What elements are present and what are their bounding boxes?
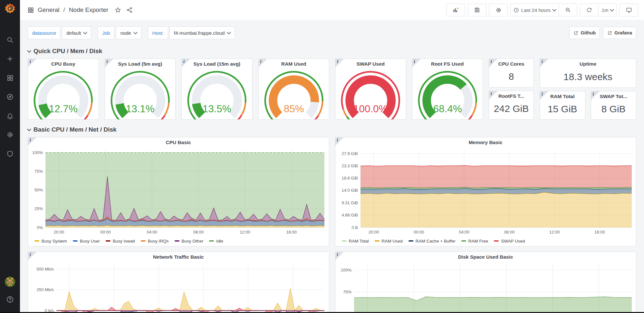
refresh-interval-dropdown[interactable]: 1m bbox=[598, 4, 617, 16]
chart-cpu-basic-title[interactable]: CPU Basic bbox=[28, 137, 329, 148]
chart-disk-space-used-basic-title[interactable]: Disk Space Used Basic bbox=[335, 252, 636, 262]
breadcrumb-dashboard-title[interactable]: Node Exporter bbox=[69, 6, 109, 14]
chart-svg[interactable]: 0%25%50%75%100%20:0000:0004:0008:0012:00… bbox=[335, 262, 636, 313]
legend-item[interactable]: RAM Cache + Buffer bbox=[409, 239, 456, 244]
gauge-visualization: 68.4% bbox=[412, 69, 483, 120]
chart-memory-basic-title[interactable]: Memory Basic bbox=[335, 137, 636, 148]
time-range-label: Last 24 hours bbox=[521, 7, 551, 13]
panel-info-corner[interactable]: i bbox=[335, 137, 344, 146]
job-label: Job bbox=[98, 26, 114, 39]
user-avatar[interactable] bbox=[5, 277, 15, 287]
panel-info-corner[interactable]: i bbox=[489, 59, 497, 67]
legend-item[interactable]: RAM Used bbox=[375, 239, 403, 244]
gauge-svg: 13.1% bbox=[108, 70, 173, 120]
gauge-swap-used-title[interactable]: SWAP Used bbox=[335, 59, 406, 69]
variable-host: Host: f4-mumbai.frappe.cloud bbox=[148, 26, 235, 39]
grafana-logo[interactable] bbox=[3, 2, 17, 15]
panel-info-corner[interactable]: i bbox=[412, 59, 421, 67]
legend-item[interactable]: Idle bbox=[209, 239, 223, 244]
x-axis-tick-label: 00:00 bbox=[100, 230, 111, 235]
refresh-button[interactable] bbox=[580, 4, 598, 16]
grafana-link-button[interactable]: Grafana bbox=[603, 27, 636, 39]
share-icon[interactable] bbox=[126, 7, 133, 13]
legend-item[interactable]: Busy IRQs bbox=[141, 239, 169, 244]
panel-info-corner[interactable]: i bbox=[489, 91, 497, 99]
gauge-visualization: 12.7% bbox=[28, 69, 99, 120]
host-value: f4-mumbai.frappe.cloud bbox=[174, 30, 225, 36]
panel-info-corner[interactable]: i bbox=[335, 252, 344, 260]
legend-item[interactable]: RAM Free bbox=[461, 239, 488, 244]
row-quick-cpu-mem-disk[interactable]: Quick CPU / Mem / Disk bbox=[28, 46, 636, 56]
save-dashboard-button[interactable] bbox=[468, 4, 486, 16]
panel-info-corner[interactable]: i bbox=[28, 252, 36, 260]
dashboard-settings-button[interactable] bbox=[489, 4, 508, 16]
info-icon: i bbox=[30, 252, 31, 257]
zoom-out-time-button[interactable] bbox=[559, 4, 577, 16]
gauge-sys-load-15m-avg--title[interactable]: Sys Load (15m avg) bbox=[182, 59, 252, 69]
datasource-dropdown[interactable]: default bbox=[62, 26, 91, 39]
legend-item[interactable]: Busy User bbox=[73, 239, 100, 244]
explore-compass-icon[interactable] bbox=[6, 93, 14, 101]
legend-swatch bbox=[494, 240, 499, 242]
panel-info-corner[interactable]: i bbox=[335, 59, 344, 67]
panel-info-corner[interactable]: i bbox=[540, 91, 548, 100]
panel-info-corner[interactable]: i bbox=[540, 59, 548, 67]
gauge-ram-used-title[interactable]: RAM Used bbox=[259, 59, 329, 69]
panel-info-corner[interactable]: i bbox=[259, 59, 267, 67]
x-axis-tick-label: 04:00 bbox=[459, 230, 469, 235]
gauge-value: 100.0% bbox=[353, 103, 388, 115]
legend-item[interactable]: Busy System bbox=[34, 239, 67, 244]
gauge-root-fs-used-title[interactable]: Root FS Used bbox=[412, 59, 483, 69]
configuration-gear-icon[interactable] bbox=[6, 131, 14, 139]
search-icon[interactable] bbox=[6, 36, 14, 44]
panel-info-corner[interactable]: i bbox=[182, 59, 190, 67]
row-basic-cpu-mem-net-disk[interactable]: Basic CPU / Mem / Net / Disk bbox=[28, 125, 636, 134]
info-icon: i bbox=[107, 59, 108, 64]
panel-info-corner[interactable]: i bbox=[591, 91, 600, 100]
grafana-link-label: Grafana bbox=[614, 30, 632, 35]
tv-mode-button[interactable] bbox=[620, 4, 638, 16]
chart-svg[interactable]: 0 B4.66 GiB9.31 GiB14.0 GiB18.6 GiB23.3 … bbox=[335, 148, 636, 236]
legend-item[interactable]: RAM Total bbox=[342, 239, 369, 244]
stat-uptime-title[interactable]: Uptime bbox=[540, 59, 636, 69]
chart-svg[interactable]: 500 Mb/s250 Mb/s0 b/s-250 Mb/s-500 Mb/s2… bbox=[28, 262, 329, 313]
gauge-cpu-busy-title[interactable]: CPU Busy bbox=[28, 59, 99, 69]
legend-item[interactable]: Busy Other bbox=[175, 239, 204, 244]
panel-info-corner[interactable]: i bbox=[105, 59, 113, 67]
create-plus-icon[interactable] bbox=[6, 55, 14, 63]
stat-value: 8 bbox=[489, 69, 533, 87]
breadcrumb-separator: / bbox=[63, 6, 65, 14]
gauge-sys-load-5m-avg--title[interactable]: Sys Load (5m avg) bbox=[105, 59, 176, 69]
alerting-bell-icon[interactable] bbox=[6, 112, 14, 120]
legend-item[interactable]: Busy Iowait bbox=[106, 239, 135, 244]
chart-cpu-basic-panel: iCPU Basic0%25%50%75%100%20:0000:0004:00… bbox=[28, 137, 329, 246]
sidebar-bottom bbox=[5, 277, 15, 313]
gauge-svg: 12.7% bbox=[31, 70, 96, 120]
host-dropdown[interactable]: f4-mumbai.frappe.cloud bbox=[169, 26, 235, 39]
dashboards-icon[interactable] bbox=[6, 74, 14, 82]
gauge-svg: 85% bbox=[261, 70, 327, 120]
time-controls: Last 24 hours bbox=[510, 4, 577, 16]
gauge-visualization: 85% bbox=[259, 69, 329, 120]
collapse-chevron-icon bbox=[27, 127, 31, 131]
job-dropdown[interactable]: node bbox=[116, 26, 141, 39]
dashboard-grid-icon[interactable] bbox=[28, 7, 34, 13]
breadcrumb-folder[interactable]: General bbox=[38, 6, 60, 14]
charts-row-2: iNetwork Traffic Basic500 Mb/s250 Mb/s0 … bbox=[28, 252, 636, 313]
add-panel-button[interactable] bbox=[447, 4, 465, 16]
info-icon: i bbox=[593, 92, 594, 97]
chart-svg[interactable]: 0%25%50%75%100%20:0000:0004:0008:0012:00… bbox=[28, 148, 329, 236]
time-range-picker[interactable]: Last 24 hours bbox=[510, 4, 559, 16]
panel-info-corner[interactable]: i bbox=[28, 59, 36, 67]
gauge-svg: 68.4% bbox=[415, 70, 480, 120]
github-link-label: Github bbox=[581, 30, 596, 35]
info-icon: i bbox=[414, 59, 415, 64]
star-icon[interactable] bbox=[115, 7, 121, 13]
help-icon[interactable] bbox=[6, 296, 14, 305]
server-admin-shield-icon[interactable] bbox=[6, 150, 14, 158]
github-link-button[interactable]: Github bbox=[569, 27, 600, 39]
legend-item[interactable]: SWAP Used bbox=[494, 239, 525, 244]
panel-info-corner[interactable]: i bbox=[28, 137, 36, 146]
chart-network-traffic-basic-title[interactable]: Network Traffic Basic bbox=[28, 252, 329, 262]
stat-value: 18.3 weeks bbox=[540, 69, 636, 87]
